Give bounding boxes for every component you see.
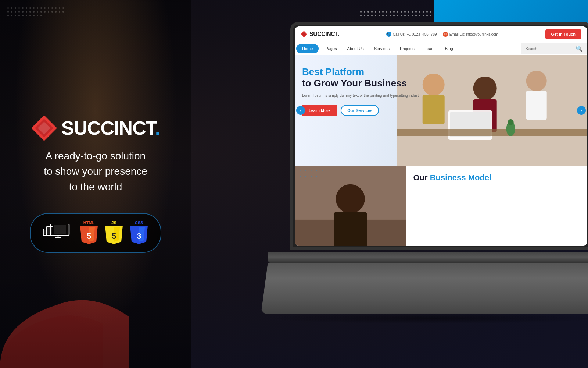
svg-point-29 [526,71,546,91]
svg-text:5: 5 [112,231,116,241]
bottom-image-panel [295,166,406,246]
hero-title-line1: Best Platform [302,66,448,78]
hero-title-line2: to Grow Your Business [302,78,448,89]
css3-label: CSS [135,220,143,225]
business-model-title: Our Business Model [413,173,580,183]
left-content-panel: SUCCINCT. A ready-to-go solutionto show … [0,0,191,368]
js-label: JS [111,220,116,225]
svg-rect-30 [526,91,546,120]
brand-logo-area: SUCCINCT. [31,115,160,141]
logo-diamond-icon [31,115,57,141]
device-responsive-icon [43,224,73,242]
svg-point-33 [508,119,513,125]
slider-prev-button[interactable]: ‹ [296,106,305,115]
slider-next-button[interactable]: › [577,106,586,115]
bottom-section: Our Business Model [295,166,587,246]
nav-items-list: Home Pages About Us Services Projects Te… [295,42,521,55]
laptop-base [261,263,588,314]
nav-team[interactable]: Team [420,43,440,54]
hero-content: Best Platform to Grow Your Business Lore… [302,66,448,116]
css3-badge: CSS 3 [130,220,148,245]
site-logo-name: SUCCINCT. [309,31,339,37]
call-contact: 📞 Call Us: +1 0123 -456 -789 [386,32,437,37]
search-icon: 🔍 [576,45,583,52]
html5-badge: HTML 5 [80,220,98,245]
website-header: SUCCINCT. 📞 Call Us: +1 0123 -456 -789 ✉… [295,26,587,42]
business-model-blue-text: Business Model [430,173,491,182]
site-nav: Home Pages About Us Services Projects Te… [295,42,587,55]
svg-rect-37 [334,212,367,246]
svg-text:5: 5 [87,231,91,241]
nav-services[interactable]: Services [369,43,395,54]
website-preview: SUCCINCT. 📞 Call Us: +1 0123 -456 -789 ✉… [295,26,587,246]
logo-text: SUCCINCT [61,117,155,139]
html5-label: HTML [83,220,95,225]
business-model-our: Our [413,173,427,182]
email-icon: ✉ [443,32,448,37]
logo-dot: . [155,117,160,139]
site-logo-diamond-icon [301,31,307,38]
nav-blog[interactable]: Blog [440,43,458,54]
site-logo: SUCCINCT. [301,31,339,38]
header-contact-info: 📞 Call Us: +1 0123 -456 -789 ✉ Email Us:… [386,32,498,37]
brand-tagline: A ready-to-go solutionto show your prese… [44,148,147,195]
svg-rect-8 [47,227,52,234]
laptop-hinge [268,252,588,263]
hero-description: Lorem Ipsum is simply dummy text of the … [302,93,448,98]
learn-more-button[interactable]: Learn More [302,105,337,116]
laptop-shadow [261,313,588,324]
laptop-mockup: SUCCINCT. 📞 Call Us: +1 0123 -456 -789 ✉… [268,22,588,342]
our-services-button[interactable]: Our Services [341,105,379,116]
svg-rect-10 [44,230,47,234]
search-input[interactable] [526,47,573,51]
email-label: Email Us: info@yourlinks.com [449,32,498,36]
bottom-dots [298,169,328,178]
email-contact: ✉ Email Us: info@yourlinks.com [443,32,498,37]
hero-section: Best Platform to Grow Your Business Lore… [295,55,587,166]
bottom-text-panel: Our Business Model [406,166,587,246]
svg-rect-4 [54,225,66,234]
search-bar[interactable]: 🔍 [521,43,587,54]
svg-rect-31 [397,129,587,136]
nav-about-us[interactable]: About Us [342,43,369,54]
page-container: SUCCINCT. A ready-to-go solutionto show … [0,0,588,368]
svg-text:3: 3 [137,231,141,241]
get-in-touch-button[interactable]: Get in Touch [545,29,581,39]
nav-home[interactable]: Home [296,44,319,53]
call-icon: 📞 [386,32,391,37]
svg-point-36 [336,184,365,213]
js-badge: JS 5 [105,220,123,245]
laptop-screen-outer: SUCCINCT. 📞 Call Us: +1 0123 -456 -789 ✉… [290,22,588,250]
nav-pages[interactable]: Pages [320,43,342,54]
tech-badges-bar: HTML 5 JS 5 CSS [30,213,161,253]
call-label: Call Us: +1 0123 -456 -789 [393,32,437,36]
hero-buttons: Learn More Our Services [302,105,448,116]
nav-projects[interactable]: Projects [395,43,420,54]
site-logo-text: SUCCINCT. [309,31,339,38]
svg-point-25 [473,77,496,100]
